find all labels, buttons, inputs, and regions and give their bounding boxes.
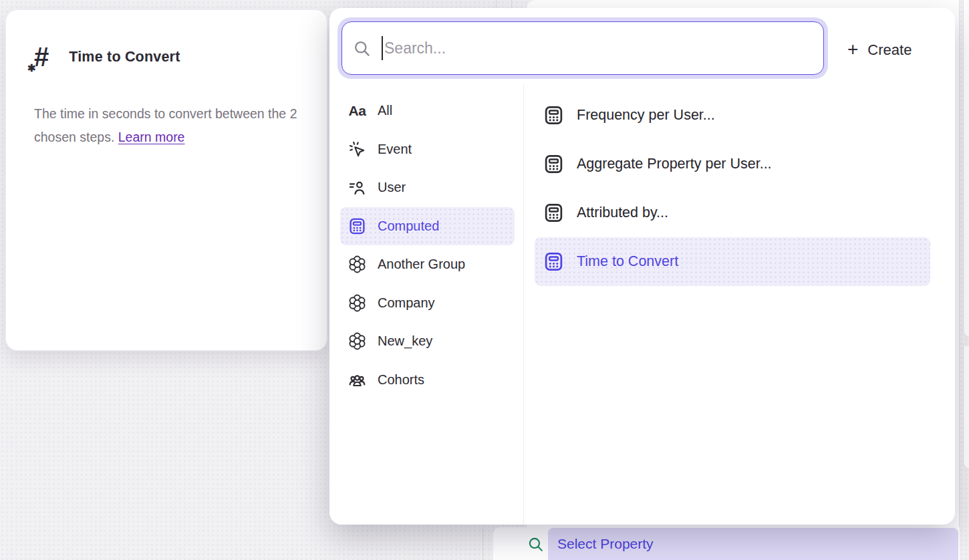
calculator-icon: [543, 202, 564, 223]
result-label: Frequency per User...: [577, 107, 715, 124]
category-label: All: [378, 103, 392, 118]
screen: Select Property #✱ Time to Convert The t…: [0, 0, 969, 560]
tooltip-card: #✱ Time to Convert The time in seconds t…: [5, 9, 327, 351]
category-item-cohorts[interactable]: Cohorts: [340, 361, 515, 400]
cursor-click-icon: [348, 140, 366, 158]
category-item-user[interactable]: User: [340, 168, 515, 207]
result-item-frequency-per-user[interactable]: Frequency per User...: [535, 91, 930, 140]
search-icon: [527, 536, 544, 553]
asterisk-icon: ✱: [27, 63, 36, 73]
learn-more-link[interactable]: Learn more: [118, 130, 185, 144]
category-item-event[interactable]: Event: [340, 130, 515, 169]
search-icon: [353, 39, 371, 57]
group-cluster-icon: [348, 294, 366, 312]
result-label: Time to Convert: [577, 253, 678, 270]
letters-icon: Aa: [348, 102, 366, 120]
select-property-button[interactable]: Select Property: [548, 528, 958, 560]
background-card: [963, 346, 969, 469]
result-label: Aggregate Property per User...: [577, 156, 772, 172]
category-list: Aa All Event User Computed Another Group: [340, 92, 515, 399]
text-caret: [382, 36, 383, 60]
background-card: [963, 0, 969, 337]
plus-icon: +: [847, 40, 858, 59]
category-label: User: [378, 180, 406, 195]
user-profile-icon: [348, 178, 366, 196]
group-cluster-icon: [348, 255, 366, 273]
category-label: Cohorts: [378, 372, 424, 388]
computed-number-icon: #✱: [34, 43, 49, 70]
result-item-attributed-by[interactable]: Attributed by...: [535, 188, 930, 237]
query-builder-row: Select Property: [493, 527, 960, 560]
search-input[interactable]: [384, 39, 813, 57]
result-item-aggregate-property-per-user[interactable]: Aggregate Property per User...: [535, 140, 930, 188]
category-label: Event: [378, 142, 412, 157]
category-label: New_key: [378, 333, 432, 349]
background-panel-edge: [482, 528, 483, 560]
calculator-icon: [543, 251, 564, 272]
group-cluster-icon: [348, 332, 366, 350]
tooltip-description: The time in seconds to convert between t…: [34, 102, 301, 149]
tooltip-title: Time to Convert: [69, 49, 180, 65]
create-button[interactable]: + Create: [847, 36, 912, 64]
divider: [523, 85, 524, 525]
result-label: Attributed by...: [577, 204, 668, 221]
select-property-label: Select Property: [557, 536, 654, 552]
results-list: Frequency per User... Aggregate Property…: [535, 91, 930, 286]
create-button-label: Create: [867, 41, 912, 59]
category-item-computed[interactable]: Computed: [340, 207, 515, 246]
category-item-another-group[interactable]: Another Group: [340, 245, 515, 284]
cohorts-people-icon: [348, 371, 366, 389]
category-item-all[interactable]: Aa All: [340, 92, 515, 130]
category-label: Company: [378, 295, 435, 311]
search-focus-ring: [337, 17, 828, 79]
tooltip-card-header: #✱ Time to Convert: [34, 43, 180, 70]
calculator-icon: [543, 105, 564, 126]
category-item-new-key[interactable]: New_key: [340, 322, 515, 361]
result-item-time-to-convert[interactable]: Time to Convert: [535, 237, 930, 286]
property-picker-dropdown: + Create Aa All Event User Computed: [329, 8, 955, 525]
calculator-icon: [348, 217, 366, 235]
search-box[interactable]: [341, 21, 824, 75]
category-label: Computed: [378, 219, 439, 234]
category-item-company[interactable]: Company: [340, 284, 515, 323]
calculator-icon: [543, 154, 564, 174]
category-label: Another Group: [378, 257, 465, 272]
